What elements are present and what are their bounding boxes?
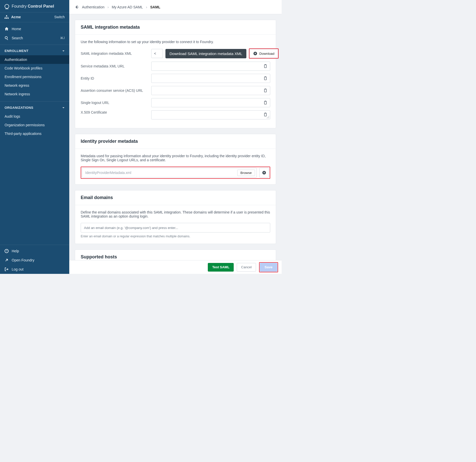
card-identity-provider-metadata: Identity provider metadata Metadata used… xyxy=(75,134,276,185)
breadcrumb-current: SAML xyxy=(150,5,160,9)
sidebar-item-network-ingress[interactable]: Network ingress xyxy=(0,90,69,98)
search-icon xyxy=(5,36,9,40)
field-service-metadata-url[interactable] xyxy=(151,62,270,71)
nav-logout[interactable]: Log out xyxy=(0,265,69,274)
sidebar-footer: ? Help Open Foundry Log out xyxy=(0,245,69,274)
nav-help[interactable]: ? Help xyxy=(0,246,69,256)
email-domains-desc: Define the email domains associated with… xyxy=(81,210,270,218)
section-organizations-list: Audit logs Organization permissions Thir… xyxy=(0,112,69,141)
sidebar-item-enrollment-permissions[interactable]: Enrollment permissions xyxy=(0,73,69,81)
sidebar-item-network-egress[interactable]: Network egress xyxy=(0,81,69,90)
highlight-idp-file-row: IdentityProviderMetadata.xml Browse xyxy=(81,167,270,179)
svg-rect-0 xyxy=(6,15,7,16)
field-x509-cert[interactable] xyxy=(151,110,270,119)
row-saml-metadata-xml: SAML integration metadata XML < Download… xyxy=(81,48,270,59)
chevron-down-icon xyxy=(62,50,65,52)
card-saml-integration-metadata: SAML integration metadata Use the follow… xyxy=(75,20,276,128)
label-service-metadata-url: Service metadata XML URL xyxy=(81,64,147,68)
resize-handle-icon[interactable] xyxy=(267,116,269,118)
svg-rect-7 xyxy=(8,17,8,18)
tooltip-download-metadata: Download SAML integration metadata XML xyxy=(165,49,246,58)
save-button[interactable]: Save xyxy=(260,263,277,272)
org-switcher[interactable]: Acme Switch xyxy=(0,12,69,22)
external-link-icon xyxy=(5,258,9,262)
nav-help-label: Help xyxy=(12,249,19,253)
help-icon: ? xyxy=(5,249,9,253)
clipboard-icon[interactable] xyxy=(263,76,267,80)
field-saml-metadata-xml-value: < xyxy=(154,51,156,56)
label-saml-metadata-xml: SAML integration metadata XML xyxy=(81,51,147,56)
logout-icon xyxy=(5,267,9,271)
nav-logout-label: Log out xyxy=(12,267,24,271)
section-enrollment-title: ENROLLMENT xyxy=(5,49,28,53)
label-x509-cert: X.509 Certificate xyxy=(81,110,147,114)
highlight-save: Save xyxy=(259,262,278,272)
section-organizations-title: ORGANIZATIONS xyxy=(5,106,33,110)
svg-text:?: ? xyxy=(6,250,7,253)
section-enrollment-list: Authentication Code Workbook profiles En… xyxy=(0,55,69,101)
svg-point-8 xyxy=(5,37,7,39)
field-slo-url[interactable] xyxy=(151,98,270,107)
highlight-download: Download xyxy=(249,48,279,59)
chevron-right-icon: › xyxy=(146,5,147,9)
brand-header: Foundry Control Panel xyxy=(0,0,69,12)
email-domain-input[interactable] xyxy=(81,223,270,233)
download-circle-icon xyxy=(253,51,257,56)
nav-open-foundry[interactable]: Open Foundry xyxy=(0,256,69,265)
svg-rect-15 xyxy=(264,77,266,80)
test-saml-button[interactable]: Test SAML xyxy=(208,263,234,272)
field-entity-id[interactable] xyxy=(151,74,270,83)
back-arrow-icon[interactable] xyxy=(75,5,79,9)
field-saml-metadata-xml[interactable]: < xyxy=(151,49,163,58)
breadcrumb-my-azure-ad-saml[interactable]: My Azure AD SAML xyxy=(112,5,143,9)
sidebar-item-authentication[interactable]: Authentication xyxy=(0,55,69,64)
nav-home-label: Home xyxy=(12,27,21,31)
svg-rect-19 xyxy=(264,101,266,104)
brand-logo-icon xyxy=(5,4,9,9)
sidebar-item-audit-logs[interactable]: Audit logs xyxy=(0,112,69,121)
nav-search-label: Search xyxy=(12,36,23,40)
card-email-domains: Email domains Define the email domains a… xyxy=(75,190,276,244)
breadcrumb-bar: Authentication › My Azure AD SAML › SAML xyxy=(69,0,282,14)
sidebar-item-organization-permissions[interactable]: Organization permissions xyxy=(0,121,69,129)
section-organizations-header[interactable]: ORGANIZATIONS xyxy=(0,101,69,112)
sidebar: Foundry Control Panel Acme Switch Home S… xyxy=(0,0,69,274)
section-enrollment-header[interactable]: ENROLLMENT xyxy=(0,45,69,55)
card-title-saml-meta: SAML integration metadata xyxy=(75,20,276,35)
cancel-button[interactable]: Cancel xyxy=(237,263,256,272)
field-acs-url[interactable] xyxy=(151,86,270,95)
idp-metadata-file-input[interactable]: IdentityProviderMetadata.xml Browse xyxy=(82,168,257,177)
download-metadata-button[interactable]: Download xyxy=(249,49,278,58)
action-bar: Test SAML Cancel Save xyxy=(69,260,282,274)
row-slo-url: Single logout URL xyxy=(81,98,270,107)
nav-search[interactable]: Search ⌘J xyxy=(0,33,69,43)
org-tree-icon xyxy=(5,15,9,19)
search-shortcut: ⌘J xyxy=(60,36,65,40)
idp-meta-desc: Metadata used for passing information ab… xyxy=(81,154,270,162)
svg-rect-2 xyxy=(6,18,7,19)
download-metadata-label: Download xyxy=(259,52,274,56)
org-switch-link[interactable]: Switch xyxy=(54,15,65,19)
idp-download-button[interactable] xyxy=(259,168,269,177)
svg-rect-16 xyxy=(265,77,266,77)
breadcrumb-authentication[interactable]: Authentication xyxy=(82,5,105,9)
nav-home[interactable]: Home xyxy=(0,24,69,33)
clipboard-icon[interactable] xyxy=(263,88,267,93)
card-title-idp-meta: Identity provider metadata xyxy=(75,134,276,149)
clipboard-icon[interactable] xyxy=(263,64,267,68)
home-icon xyxy=(5,27,9,31)
clipboard-icon[interactable] xyxy=(263,101,267,105)
svg-rect-22 xyxy=(265,113,266,114)
svg-rect-9 xyxy=(7,39,8,40)
svg-rect-14 xyxy=(265,64,266,65)
sidebar-item-third-party-applications[interactable]: Third-party applications xyxy=(0,129,69,138)
chevron-right-icon: › xyxy=(108,5,109,9)
svg-rect-5 xyxy=(5,17,8,17)
browse-button[interactable]: Browse xyxy=(237,170,255,176)
label-acs-url: Assertion consumer service (ACS) URL xyxy=(81,88,147,93)
sidebar-item-code-workbook-profiles[interactable]: Code Workbook profiles xyxy=(0,64,69,73)
svg-rect-13 xyxy=(264,65,266,68)
chevron-down-icon xyxy=(62,106,65,109)
svg-rect-6 xyxy=(5,17,5,18)
primary-nav: Home Search ⌘J xyxy=(0,22,69,45)
